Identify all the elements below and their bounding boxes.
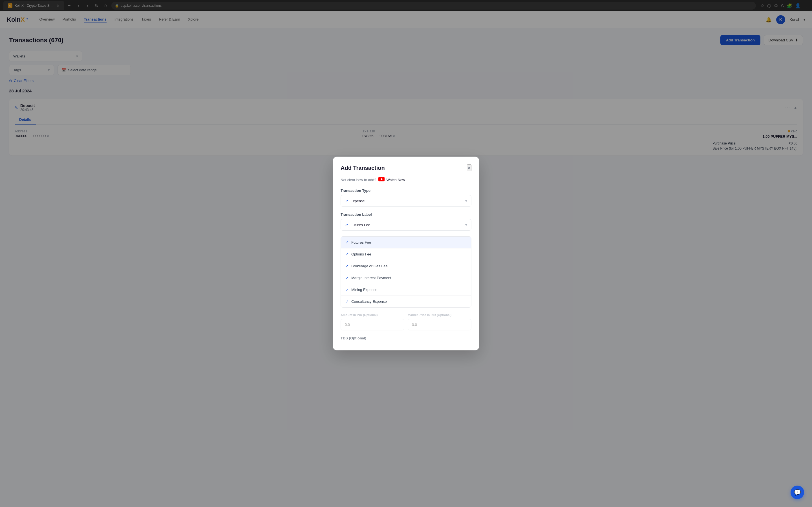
amount-inr-label: Amount in INR (Optional) <box>341 313 404 317</box>
mining-expense-icon: ↗ <box>345 288 349 292</box>
transaction-type-select[interactable]: ↗ Expense ▾ <box>341 195 471 207</box>
futures-fee-label: Futures Fee <box>351 240 371 244</box>
mining-expense-label: Mining Expense <box>351 288 377 292</box>
modal-header: Add Transaction × <box>341 165 471 171</box>
brokerage-fee-icon: ↗ <box>345 264 349 268</box>
transaction-label-select[interactable]: ↗ Futures Fee ▾ <box>341 219 471 231</box>
label-chevron-icon: ▾ <box>465 223 467 227</box>
dropdown-item-margin-interest[interactable]: ↗ Margin Interest Payment <box>341 272 471 284</box>
watch-row: Not clear how to add? Watch Now <box>341 177 471 183</box>
modal-title: Add Transaction <box>341 165 385 171</box>
watch-now-button[interactable]: Watch Now <box>378 177 405 183</box>
add-transaction-modal: Add Transaction × Not clear how to add? … <box>333 157 479 350</box>
dropdown-item-consultancy-expense[interactable]: ↗ Consultancy Expense <box>341 296 471 307</box>
consultancy-expense-icon: ↗ <box>345 299 349 304</box>
amount-inr-field: Amount in INR (Optional) <box>341 313 404 330</box>
transaction-type-value: Expense <box>350 199 365 203</box>
dropdown-item-mining-expense[interactable]: ↗ Mining Expense <box>341 284 471 296</box>
transaction-type-field: Transaction Type ↗ Expense ▾ <box>341 188 471 207</box>
label-arrow-icon: ↗ <box>345 223 348 227</box>
margin-interest-icon: ↗ <box>345 276 349 280</box>
dropdown-item-brokerage-fee[interactable]: ↗ Brokerage or Gas Fee <box>341 260 471 272</box>
margin-interest-label: Margin Interest Payment <box>351 276 391 280</box>
consultancy-expense-label: Consultancy Expense <box>351 299 387 304</box>
youtube-icon <box>378 177 385 183</box>
brokerage-fee-label: Brokerage or Gas Fee <box>351 264 388 268</box>
transaction-label-label: Transaction Label <box>341 212 471 217</box>
market-price-label: Market Price in INR (Optional) <box>408 313 471 317</box>
watch-now-label: Watch Now <box>386 178 405 182</box>
transaction-label-field: Transaction Label ↗ Futures Fee ▾ <box>341 212 471 231</box>
tds-label: TDS (Optional) <box>341 336 471 340</box>
dropdown-item-futures-fee[interactable]: ↗ Futures Fee <box>341 237 471 248</box>
inr-fields: Amount in INR (Optional) Market Price in… <box>341 313 471 330</box>
options-fee-icon: ↗ <box>345 252 349 256</box>
transaction-type-label: Transaction Type <box>341 188 471 193</box>
label-dropdown-list: ↗ Futures Fee ↗ Options Fee ↗ Brokerage … <box>341 236 471 307</box>
amount-inr-input[interactable] <box>341 319 404 330</box>
chat-icon: 💬 <box>794 489 801 496</box>
transaction-label-value: Futures Fee <box>350 223 370 227</box>
futures-fee-icon: ↗ <box>345 240 349 244</box>
market-price-input[interactable] <box>408 319 471 330</box>
modal-close-button[interactable]: × <box>467 165 471 171</box>
not-clear-text: Not clear how to add? <box>341 178 376 182</box>
expense-arrow-icon: ↗ <box>345 199 348 203</box>
market-price-field: Market Price in INR (Optional) <box>408 313 471 330</box>
dropdown-item-options-fee[interactable]: ↗ Options Fee <box>341 248 471 260</box>
amount-fields-row: Amount in INR (Optional) Market Price in… <box>341 313 471 340</box>
chat-button[interactable]: 💬 <box>791 486 804 499</box>
options-fee-label: Options Fee <box>351 252 371 256</box>
type-chevron-icon: ▾ <box>465 199 467 203</box>
modal-overlay[interactable]: Add Transaction × Not clear how to add? … <box>0 0 812 507</box>
